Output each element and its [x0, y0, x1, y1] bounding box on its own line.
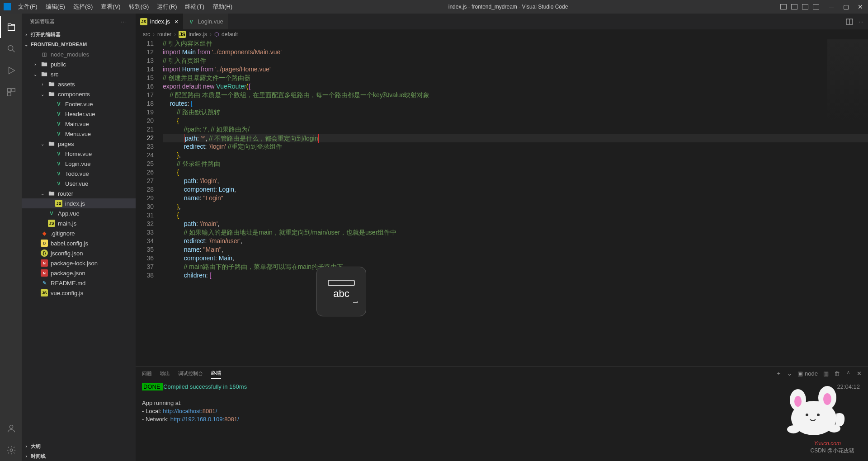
minimize-button[interactable]: ─ — [827, 3, 835, 11]
file-item[interactable]: VLogin.vue — [22, 159, 136, 169]
file-item[interactable]: {}jsconfig.json — [22, 248, 136, 258]
svg-point-4 — [9, 425, 13, 428]
close-button[interactable]: ✕ — [856, 3, 864, 11]
watermark-site: Yuucn.com — [814, 440, 841, 447]
svg-rect-1 — [8, 89, 11, 92]
split-terminal-icon[interactable]: ▥ — [823, 370, 829, 377]
section-outline[interactable]: ›大纲 — [22, 441, 136, 451]
file-item[interactable]: VHome.vue — [22, 149, 136, 159]
svg-point-13 — [817, 414, 820, 416]
file-item[interactable]: VMenu.vue — [22, 129, 136, 139]
run-debug-icon[interactable] — [0, 60, 22, 81]
window-title: index.js - frontend_mydream - Visual Stu… — [236, 4, 780, 10]
editor-tab[interactable]: VLogin.vue — [183, 14, 228, 29]
svg-point-0 — [8, 46, 13, 51]
sidebar-title: 资源管理器 — [30, 18, 55, 25]
new-terminal-icon[interactable]: ＋ — [776, 369, 782, 377]
code-lines[interactable]: // 引入内容区组件import Main from '../component… — [163, 39, 868, 366]
layout-controls[interactable] — [780, 4, 819, 9]
section-timeline[interactable]: ›时间线 — [22, 451, 136, 461]
menu-item[interactable]: 帮助(H) — [209, 1, 236, 13]
svg-rect-3 — [8, 93, 11, 96]
panel-tab[interactable]: 调试控制台 — [178, 368, 203, 379]
window-controls: ─ ▢ ✕ — [827, 3, 864, 11]
svg-point-5 — [10, 449, 13, 452]
terminal-shell-name[interactable]: ▣ node — [797, 370, 818, 377]
file-tree: ◫node_modules›public⌄src›assets⌄componen… — [22, 49, 136, 298]
terminal-body[interactable]: 22:04:12 DONE Compiled successfully in 1… — [136, 380, 868, 461]
ime-indicator-text: abc — [333, 288, 349, 300]
ime-indicator-popup: abc — [316, 267, 366, 316]
svg-point-11 — [823, 393, 831, 405]
file-item[interactable]: Npackage-lock.json — [22, 258, 136, 268]
terminal-panel: 问题输出调试控制台终端 ＋ ⌄ ▣ node ▥ 🗑 ＾ ✕ 22:04:12 … — [136, 366, 868, 461]
sidebar-header: 资源管理器 ··· — [22, 14, 136, 29]
search-icon[interactable] — [0, 38, 22, 60]
watermark-credit: CSDN @小花皮猪 — [810, 447, 854, 455]
folder-item[interactable]: ⌄pages — [22, 139, 136, 149]
maximize-button[interactable]: ▢ — [842, 3, 850, 11]
activity-bar — [0, 14, 22, 461]
folder-item[interactable]: ⌄src — [22, 69, 136, 79]
file-item[interactable]: VHeader.vue — [22, 109, 136, 119]
file-item[interactable]: Bbabel.config.js — [22, 238, 136, 248]
line-gutter: 1112131415161718192021222324252627282930… — [136, 39, 163, 366]
file-item[interactable]: ✎README.md — [22, 278, 136, 288]
file-item[interactable]: VTodo.vue — [22, 169, 136, 179]
breadcrumb[interactable]: src› router›JS index.js›⬡ default — [136, 29, 868, 39]
code-editor[interactable]: 1112131415161718192021222324252627282930… — [136, 39, 868, 366]
accounts-icon[interactable] — [0, 418, 22, 439]
title-bar: 文件(F)编辑(E)选择(S)查看(V)转到(G)运行(R)终端(T)帮助(H)… — [0, 0, 868, 14]
svg-point-14 — [787, 425, 800, 433]
maximize-panel-icon[interactable]: ＾ — [845, 369, 851, 377]
editor-area: JSindex.js×VLogin.vue ··· src› router›JS… — [136, 14, 868, 461]
file-item[interactable]: VFooter.vue — [22, 99, 136, 109]
svg-point-10 — [794, 396, 802, 407]
minimap[interactable] — [827, 39, 868, 121]
vscode-icon — [4, 3, 11, 10]
file-item[interactable]: VApp.vue — [22, 208, 136, 218]
split-editor-icon[interactable] — [846, 18, 853, 25]
folder-item[interactable]: ⌄router — [22, 188, 136, 198]
panel-tab[interactable]: 终端 — [211, 368, 221, 379]
watermark-image — [773, 380, 845, 438]
svg-point-12 — [806, 414, 808, 416]
panel-tabs: 问题输出调试控制台终端 ＋ ⌄ ▣ node ▥ 🗑 ＾ ✕ — [136, 367, 868, 380]
file-item[interactable]: Npackage.json — [22, 268, 136, 278]
extensions-icon[interactable] — [0, 81, 22, 103]
menu-item[interactable]: 查看(V) — [97, 1, 124, 13]
kill-terminal-icon[interactable]: 🗑 — [834, 370, 840, 377]
editor-tabs: JSindex.js×VLogin.vue ··· — [136, 14, 868, 29]
editor-tab[interactable]: JSindex.js× — [136, 14, 183, 29]
file-item[interactable]: VMain.vue — [22, 119, 136, 129]
file-item[interactable]: VUser.vue — [22, 179, 136, 188]
file-item[interactable]: ◆.gitignore — [22, 228, 136, 238]
file-item[interactable]: JSmain.js — [22, 218, 136, 228]
menu-item[interactable]: 文件(F) — [14, 1, 41, 13]
tab-more-icon[interactable]: ··· — [859, 18, 863, 25]
folder-item[interactable]: ›public — [22, 59, 136, 69]
section-project[interactable]: ⌄FRONTEND_MYDREAM — [22, 39, 136, 49]
menu-item[interactable]: 编辑(E) — [42, 1, 69, 13]
file-item[interactable]: ◫node_modules — [22, 49, 136, 59]
file-item[interactable]: JSvue.config.js — [22, 288, 136, 298]
menu-item[interactable]: 选择(S) — [70, 1, 96, 13]
menu-bar: 文件(F)编辑(E)选择(S)查看(V)转到(G)运行(R)终端(T)帮助(H) — [14, 1, 236, 13]
section-open-editors[interactable]: ›打开的编辑器 — [22, 29, 136, 39]
explorer-icon[interactable] — [0, 16, 22, 38]
panel-tab[interactable]: 问题 — [142, 368, 152, 379]
settings-icon[interactable] — [0, 439, 22, 461]
menu-item[interactable]: 运行(R) — [153, 1, 180, 13]
folder-item[interactable]: ›assets — [22, 79, 136, 89]
close-panel-icon[interactable]: ✕ — [857, 370, 862, 377]
menu-item[interactable]: 转到(G) — [125, 1, 153, 13]
svg-rect-2 — [12, 89, 15, 92]
more-icon[interactable]: ··· — [121, 19, 127, 24]
terminal-dropdown-icon[interactable]: ⌄ — [787, 370, 792, 377]
close-tab-icon[interactable]: × — [175, 18, 178, 25]
folder-item[interactable]: ⌄components — [22, 89, 136, 99]
explorer-sidebar: 资源管理器 ··· ›打开的编辑器 ⌄FRONTEND_MYDREAM ◫nod… — [22, 14, 136, 461]
menu-item[interactable]: 终端(T) — [181, 1, 208, 13]
panel-tab[interactable]: 输出 — [160, 368, 170, 379]
file-item[interactable]: JSindex.js — [22, 198, 136, 208]
